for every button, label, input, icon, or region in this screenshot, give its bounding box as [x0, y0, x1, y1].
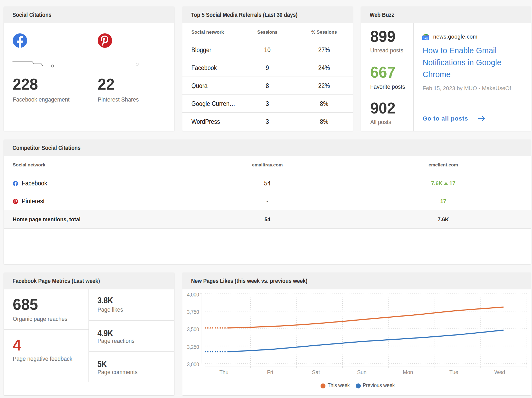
svg-text:Thu: Thu — [219, 369, 229, 375]
svg-text:Sun: Sun — [357, 369, 367, 375]
svg-text:Tue: Tue — [449, 369, 458, 375]
svg-text:3,250: 3,250 — [187, 344, 199, 350]
svg-text:Sat: Sat — [312, 369, 320, 375]
svg-text:3,500: 3,500 — [187, 327, 199, 333]
svg-text:G: G — [423, 36, 426, 40]
svg-text:Wed: Wed — [494, 369, 505, 375]
svg-text:This week: This week — [328, 382, 350, 388]
svg-text:Previous week: Previous week — [363, 382, 395, 388]
svg-text:4,000: 4,000 — [187, 292, 199, 298]
svg-text:Mon: Mon — [403, 369, 413, 375]
svg-text:3,750: 3,750 — [187, 309, 199, 315]
svg-text:Fri: Fri — [267, 369, 273, 375]
svg-text:3,000: 3,000 — [187, 361, 199, 367]
